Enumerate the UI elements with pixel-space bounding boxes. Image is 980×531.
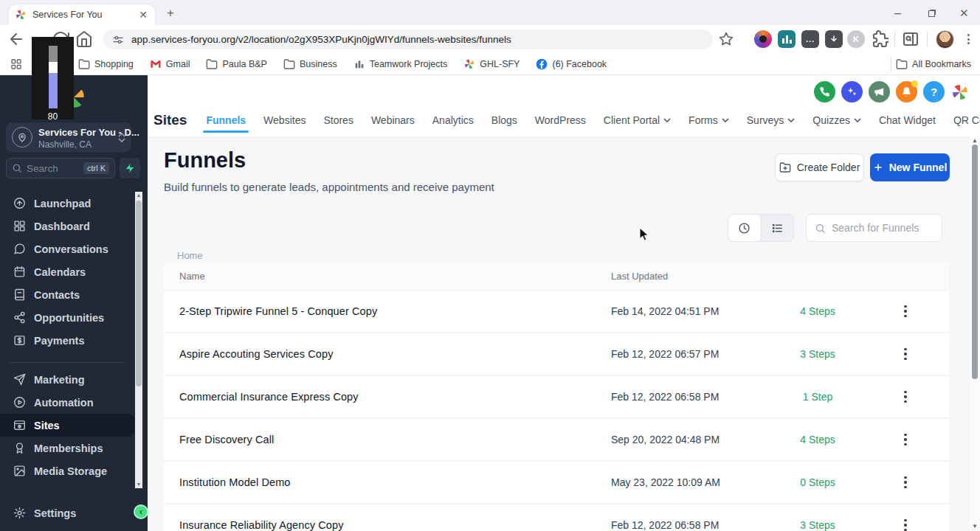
- window-minimize-button[interactable]: –: [894, 7, 909, 20]
- header-tab[interactable]: Funnels: [206, 103, 246, 137]
- funnel-name[interactable]: 2-Step Tripwire Funnel 5 - Conquer Copy: [179, 305, 611, 317]
- browser-tab[interactable]: Services For You ✕: [9, 4, 155, 25]
- page-scroll-up-icon[interactable]: ▲: [970, 137, 980, 144]
- sidebar-scroll-thumb[interactable]: [136, 201, 142, 386]
- row-menu-icon[interactable]: [901, 473, 910, 492]
- row-menu-icon[interactable]: [901, 345, 910, 364]
- funnel-steps-link[interactable]: 4 Steps: [773, 434, 862, 445]
- funnel-name[interactable]: Insurance Reliability Agency Copy: [179, 519, 611, 531]
- header-tab[interactable]: Stores: [323, 103, 353, 137]
- site-info-icon[interactable]: [112, 34, 124, 46]
- sidebar-scrollbar[interactable]: ▲ ▼: [135, 192, 142, 488]
- sidebar-item[interactable]: Dashboard: [0, 215, 134, 237]
- sidebar-item[interactable]: Calendars: [0, 260, 134, 283]
- row-menu-icon[interactable]: [901, 431, 910, 449]
- funnel-steps-link[interactable]: 1 Step: [773, 391, 862, 403]
- extension-download-icon[interactable]: [825, 30, 843, 48]
- sidebar-item[interactable]: Sites: [0, 414, 134, 437]
- list-view-button[interactable]: [761, 215, 794, 241]
- new-tab-button[interactable]: +: [164, 7, 177, 20]
- help-icon[interactable]: ?: [923, 81, 945, 103]
- tab-close-icon[interactable]: ✕: [137, 9, 149, 21]
- window-close-button[interactable]: ✕: [959, 7, 974, 20]
- scroll-down-icon[interactable]: ▼: [135, 481, 142, 488]
- sidebar-item[interactable]: Opportunities: [0, 306, 134, 329]
- home-button[interactable]: [75, 30, 93, 48]
- table-row[interactable]: Aspire Accouting Services Copy Feb 12, 2…: [164, 333, 949, 376]
- quick-actions-button[interactable]: [120, 158, 140, 178]
- bookmark-item[interactable]: Business: [283, 58, 337, 70]
- apps-grid-icon[interactable]: [10, 58, 22, 70]
- profile-avatar[interactable]: [936, 30, 954, 49]
- sidebar-item[interactable]: Payments: [0, 329, 134, 352]
- table-row[interactable]: Free Discovery Call Sep 20, 2022 04:48 P…: [164, 419, 949, 462]
- row-menu-icon[interactable]: [901, 388, 910, 406]
- sidebar-item[interactable]: Media Storage: [0, 459, 134, 482]
- header-tab[interactable]: QR Codes: [953, 103, 980, 137]
- header-tab[interactable]: Analytics: [432, 103, 474, 137]
- funnel-steps-link[interactable]: 3 Steps: [773, 519, 862, 531]
- bookmark-item[interactable]: Teamwork Projects: [353, 58, 448, 70]
- table-row[interactable]: Commercial Insurance Express Copy Feb 12…: [164, 376, 949, 419]
- recent-view-button[interactable]: [728, 215, 761, 241]
- row-menu-icon[interactable]: [901, 302, 910, 321]
- funnel-steps-link[interactable]: 3 Steps: [773, 348, 862, 360]
- sidebar-collapse-button[interactable]: ‹: [134, 504, 148, 519]
- sidebar-item[interactable]: Conversations: [0, 237, 134, 260]
- extensions-puzzle-icon[interactable]: [871, 30, 888, 48]
- zoom-slider[interactable]: [49, 46, 58, 108]
- header-tab[interactable]: Blogs: [491, 103, 517, 137]
- header-tab[interactable]: Chat Widget: [879, 103, 936, 137]
- header-tab[interactable]: WordPress: [535, 103, 586, 137]
- megaphone-icon[interactable]: [869, 81, 890, 103]
- scroll-up-icon[interactable]: ▲: [135, 192, 142, 199]
- extension-gradient-icon[interactable]: [754, 30, 772, 48]
- funnel-search-input[interactable]: Search for Funnels: [806, 214, 942, 242]
- funnel-name[interactable]: Aspire Accouting Services Copy: [179, 348, 611, 360]
- sidebar-item[interactable]: Marketing: [0, 368, 134, 391]
- window-restore-button[interactable]: [928, 7, 935, 20]
- sidebar-item[interactable]: Launchpad: [0, 192, 134, 215]
- new-funnel-button[interactable]: New Funnel: [870, 153, 950, 181]
- header-tab[interactable]: Websites: [263, 103, 306, 137]
- phone-icon[interactable]: [814, 81, 835, 103]
- table-row[interactable]: 2-Step Tripwire Funnel 5 - Conquer Copy …: [164, 291, 949, 333]
- funnel-name[interactable]: Institution Model Demo: [179, 476, 611, 488]
- bookmark-item[interactable]: (6) Facebook: [536, 58, 607, 70]
- funnel-steps-link[interactable]: 4 Steps: [773, 305, 862, 317]
- back-button[interactable]: [7, 30, 25, 48]
- page-scroll-down-icon[interactable]: ▼: [970, 523, 980, 530]
- extension-dots-icon[interactable]: ...: [801, 30, 819, 48]
- row-menu-icon[interactable]: [901, 516, 910, 531]
- bookmark-star-icon[interactable]: [719, 32, 734, 46]
- sidebar-item[interactable]: Contacts: [0, 283, 134, 306]
- browser-menu-icon[interactable]: [959, 30, 977, 48]
- bookmark-item[interactable]: GHL-SFY: [463, 58, 520, 70]
- sidebar-item-settings[interactable]: Settings: [0, 502, 134, 524]
- sidebar-item[interactable]: Automation: [0, 391, 134, 414]
- location-switcher[interactable]: Services For You - D... Nashville, CA: [6, 122, 131, 152]
- extension-teamwork-icon[interactable]: [778, 30, 796, 48]
- funnel-name[interactable]: Commercial Insurance Express Copy: [179, 391, 611, 403]
- header-tab[interactable]: Forms: [689, 103, 729, 137]
- page-scroll-thumb[interactable]: [972, 145, 978, 379]
- funnel-name[interactable]: Free Discovery Call: [179, 434, 611, 445]
- table-row[interactable]: Insurance Reliability Agency Copy Feb 12…: [164, 504, 949, 531]
- create-folder-button[interactable]: Create Folder: [775, 153, 864, 181]
- notifications-bell-icon[interactable]: [896, 81, 917, 103]
- header-tab[interactable]: Quizzes: [812, 103, 861, 137]
- bookmark-item[interactable]: Gmail: [150, 58, 190, 70]
- extension-k-icon[interactable]: K: [847, 30, 865, 48]
- bookmark-item[interactable]: Shopping: [78, 58, 134, 70]
- bookmark-item[interactable]: Paula B&P: [206, 58, 266, 70]
- breadcrumb[interactable]: Home: [177, 250, 203, 261]
- header-tab[interactable]: Webinars: [371, 103, 415, 137]
- sidebar-item[interactable]: Memberships: [0, 437, 134, 459]
- address-bar[interactable]: app.services-foryou.org/v2/location/o2gX…: [103, 30, 713, 49]
- funnel-steps-link[interactable]: 0 Steps: [773, 476, 862, 488]
- sidebar-search-input[interactable]: Search ctrl K: [6, 158, 115, 178]
- side-panel-search-icon[interactable]: [902, 30, 919, 48]
- page-scrollbar[interactable]: ▲ ▼: [970, 137, 980, 531]
- header-tab[interactable]: Surveys: [747, 103, 796, 137]
- table-row[interactable]: Institution Model Demo May 23, 2022 10:0…: [164, 462, 949, 504]
